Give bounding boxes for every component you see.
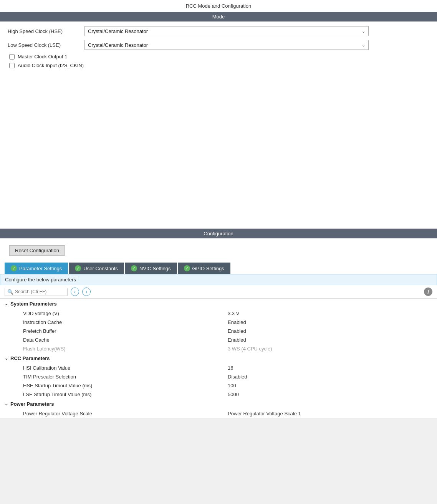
next-nav-button[interactable]: › xyxy=(82,288,91,296)
param-name: Flash Latency(WS) xyxy=(23,346,228,352)
lse-select[interactable]: Crystal/Ceramic Resonator ⌄ xyxy=(84,40,369,50)
rcc-parameters-label: RCC Parameters xyxy=(10,355,50,361)
system-parameters-group-header[interactable]: ⌄ System Parameters xyxy=(0,299,437,309)
parameter-settings-icon: ✓ xyxy=(11,265,17,271)
param-value: 5000 xyxy=(228,392,432,397)
reset-configuration-button[interactable]: Reset Configuration xyxy=(9,245,65,256)
tabs-bar: ✓ Parameter Settings ✓ User Constants ✓ … xyxy=(0,263,437,274)
config-header: Configuration xyxy=(0,229,437,238)
rcc-parameters-rows: HSI Calibration Value 16 TIM Prescaler S… xyxy=(0,364,437,399)
lse-row: Low Speed Clock (LSE) Crystal/Ceramic Re… xyxy=(8,40,429,50)
system-parameters-label: System Parameters xyxy=(10,301,57,307)
table-row: HSI Calibration Value 16 xyxy=(0,364,437,372)
hse-row: High Speed Clock (HSE) Crystal/Ceramic R… xyxy=(8,26,429,36)
audio-clock-checkbox[interactable] xyxy=(9,63,15,68)
param-name: VDD voltage (V) xyxy=(23,311,228,316)
master-clock-label: Master Clock Output 1 xyxy=(18,54,67,59)
tab-user-constants-label: User Constants xyxy=(83,266,118,271)
param-value: Power Regulator Voltage Scale 1 xyxy=(228,411,432,416)
table-row: Data Cache Enabled xyxy=(0,335,437,344)
param-name: Power Regulator Voltage Scale xyxy=(23,411,228,416)
mode-content: High Speed Clock (HSE) Crystal/Ceramic R… xyxy=(0,21,437,229)
param-value: Enabled xyxy=(228,328,432,334)
table-row: Flash Latency(WS) 3 WS (4 CPU cycle) xyxy=(0,344,437,353)
param-name: HSI Calibration Value xyxy=(23,365,228,371)
tab-parameter-settings[interactable]: ✓ Parameter Settings xyxy=(5,263,68,274)
tab-nvic-settings-label: NVIC Settings xyxy=(139,266,171,271)
search-bar: 🔍 ‹ › i xyxy=(0,285,437,299)
search-input-wrapper: 🔍 xyxy=(5,288,68,296)
table-row: Power Regulator Voltage Scale Power Regu… xyxy=(0,409,437,418)
rcc-parameters-chevron-icon: ⌄ xyxy=(5,356,8,361)
param-value: 16 xyxy=(228,365,432,371)
hse-select-value: Crystal/Ceramic Resonator xyxy=(88,28,148,34)
audio-clock-label: Audio Clock Input (I2S_CKIN) xyxy=(18,63,84,68)
search-icon: 🔍 xyxy=(7,289,13,295)
info-icon: i xyxy=(424,288,432,296)
config-section: Configuration Reset Configuration ✓ Para… xyxy=(0,229,437,418)
params-container: ⌄ System Parameters VDD voltage (V) 3.3 … xyxy=(0,299,437,418)
param-value: 3 WS (4 CPU cycle) xyxy=(228,346,432,352)
table-row: HSE Startup Timout Value (ms) 100 xyxy=(0,381,437,390)
mode-header: Mode xyxy=(0,12,437,21)
lse-select-value: Crystal/Ceramic Resonator xyxy=(88,42,148,48)
system-parameters-rows: VDD voltage (V) 3.3 V Instruction Cache … xyxy=(0,309,437,353)
tab-parameter-settings-label: Parameter Settings xyxy=(19,266,62,271)
lse-label: Low Speed Clock (LSE) xyxy=(8,42,84,48)
power-parameters-group-header[interactable]: ⌄ Power Parameters xyxy=(0,399,437,409)
reset-btn-container: Reset Configuration xyxy=(0,238,437,263)
info-bar: Configure the below parameters : xyxy=(0,274,437,285)
search-input[interactable] xyxy=(15,289,65,294)
param-value: 100 xyxy=(228,383,432,388)
master-clock-checkbox[interactable] xyxy=(9,54,15,59)
hse-label: High Speed Clock (HSE) xyxy=(8,28,84,34)
lse-chevron-icon: ⌄ xyxy=(362,43,365,48)
table-row: TIM Prescaler Selection Disabled xyxy=(0,372,437,381)
power-parameters-chevron-icon: ⌄ xyxy=(5,402,8,407)
gpio-settings-icon: ✓ xyxy=(184,265,190,271)
table-row: LSE Startup Timout Value (ms) 5000 xyxy=(0,390,437,399)
hse-select[interactable]: Crystal/Ceramic Resonator ⌄ xyxy=(84,26,369,36)
tab-user-constants[interactable]: ✓ User Constants xyxy=(69,263,124,274)
system-parameters-chevron-icon: ⌄ xyxy=(5,301,8,306)
mode-section: Mode High Speed Clock (HSE) Crystal/Cera… xyxy=(0,12,437,229)
tab-nvic-settings[interactable]: ✓ NVIC Settings xyxy=(125,263,177,274)
rcc-parameters-group-header[interactable]: ⌄ RCC Parameters xyxy=(0,353,437,364)
param-value: Enabled xyxy=(228,337,432,343)
page-title: RCC Mode and Configuration xyxy=(0,0,437,12)
power-parameters-label: Power Parameters xyxy=(10,401,54,407)
param-value: 3.3 V xyxy=(228,311,432,316)
prev-nav-button[interactable]: ‹ xyxy=(71,288,79,296)
table-row: Instruction Cache Enabled xyxy=(0,318,437,327)
param-value: Enabled xyxy=(228,319,432,325)
user-constants-icon: ✓ xyxy=(75,265,81,271)
param-name: LSE Startup Timout Value (ms) xyxy=(23,392,228,397)
param-name: Data Cache xyxy=(23,337,228,343)
main-container: RCC Mode and Configuration Mode High Spe… xyxy=(0,0,437,418)
tab-gpio-settings-label: GPIO Settings xyxy=(192,266,224,271)
table-row: VDD voltage (V) 3.3 V xyxy=(0,309,437,318)
tab-gpio-settings[interactable]: ✓ GPIO Settings xyxy=(178,263,230,274)
power-parameters-rows: Power Regulator Voltage Scale Power Regu… xyxy=(0,409,437,418)
hse-chevron-icon: ⌄ xyxy=(362,29,365,34)
param-name: Instruction Cache xyxy=(23,319,228,325)
table-row: Prefetch Buffer Enabled xyxy=(0,327,437,335)
param-value: Disabled xyxy=(228,374,432,380)
nvic-settings-icon: ✓ xyxy=(131,265,137,271)
master-clock-checkbox-row: Master Clock Output 1 xyxy=(8,54,429,59)
param-name: Prefetch Buffer xyxy=(23,328,228,334)
param-name: TIM Prescaler Selection xyxy=(23,374,228,380)
param-name: HSE Startup Timout Value (ms) xyxy=(23,383,228,388)
audio-clock-checkbox-row: Audio Clock Input (I2S_CKIN) xyxy=(8,63,429,68)
